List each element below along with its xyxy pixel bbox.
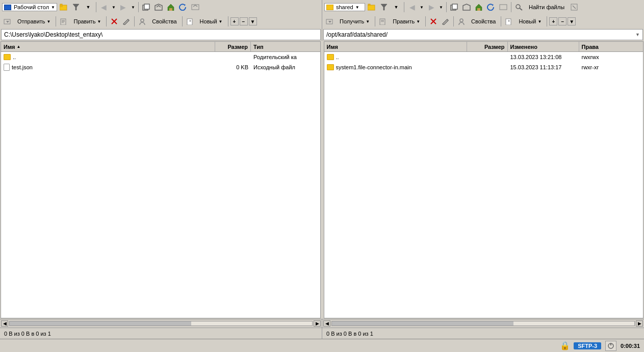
svg-point-29 xyxy=(141,19,144,22)
left-send-btn[interactable]: Отправить ▼ xyxy=(14,17,54,26)
right-add-btn[interactable]: + xyxy=(549,17,557,25)
disconnect-btn[interactable] xyxy=(605,341,616,351)
right-extra-btn[interactable] xyxy=(569,2,580,13)
left-dropdown-btn[interactable]: ▼ xyxy=(83,2,94,13)
right-move-btn[interactable] xyxy=(461,2,472,13)
left-file-row-testjson[interactable]: test.json 0 KB Исходный файл xyxy=(1,62,320,72)
right-home-btn[interactable] xyxy=(473,2,484,13)
right-receive-btn[interactable]: Получить ▼ xyxy=(337,17,373,26)
left-location-label: Рабочий стол xyxy=(14,4,49,10)
left-copy-btn[interactable] xyxy=(141,2,152,13)
left-open-folder-btn[interactable] xyxy=(58,2,69,13)
right-open-folder-btn[interactable] xyxy=(366,2,377,13)
find-files-btn[interactable]: Найти файлы xyxy=(526,3,568,12)
right-file-list-header: Имя Размер Изменено Права xyxy=(324,42,643,52)
left-back-dropdown[interactable]: ▼ xyxy=(111,2,117,13)
right-file-row-system1[interactable]: system1.file-connector-in.main 15.03.202… xyxy=(324,62,643,72)
right-back-dropdown[interactable]: ▼ xyxy=(419,2,425,13)
right-edit-icon[interactable] xyxy=(377,16,389,27)
left-scrollbar-track[interactable] xyxy=(9,321,313,326)
left-new-btn[interactable]: Новый ▼ xyxy=(197,17,226,26)
right-folder-icon xyxy=(327,64,334,70)
right-col-name-header[interactable]: Имя xyxy=(324,42,467,51)
sep6 xyxy=(56,16,56,26)
sep10 xyxy=(228,16,228,26)
left-minus-btn[interactable]: − xyxy=(240,17,248,25)
right-location-bar[interactable]: /opt/karaf/data/shared/ ▼ xyxy=(323,29,643,40)
left-col-name-header[interactable]: Имя ▲ xyxy=(1,42,215,51)
left-sort-arrow: ▲ xyxy=(16,44,20,49)
left-parent-name: .. xyxy=(1,53,215,61)
left-edit-icon[interactable] xyxy=(58,16,69,27)
right-reload-btn[interactable] xyxy=(485,2,497,13)
left-home-btn[interactable] xyxy=(165,2,176,13)
svg-marker-34 xyxy=(328,21,331,23)
left-edit-btn[interactable]: Править ▼ xyxy=(70,17,104,26)
left-col-size-header[interactable]: Размер xyxy=(215,42,251,51)
new-dropdown-arrow: ▼ xyxy=(219,19,223,24)
left-forward-dropdown[interactable]: ▼ xyxy=(130,2,136,13)
left-rename-icon[interactable] xyxy=(121,16,132,27)
right-dropdown-btn[interactable]: ▼ xyxy=(391,2,402,13)
right-receive-icon[interactable] xyxy=(324,16,336,27)
right-forward-dropdown[interactable]: ▼ xyxy=(438,2,444,13)
find-files-icon[interactable] xyxy=(513,2,525,13)
right-delete-btn[interactable] xyxy=(428,16,439,27)
left-move-btn[interactable] xyxy=(153,2,164,13)
right-copy-btn[interactable] xyxy=(449,2,460,13)
left-delete-btn[interactable] xyxy=(109,16,120,27)
left-location-bar[interactable]: C:\Users\lyako\Desktop\test_entaxy\ xyxy=(1,29,321,40)
right-col-size-header[interactable]: Размер xyxy=(467,42,508,51)
toolbars-row2: Отправить ▼ Править ▼ xyxy=(0,14,644,29)
right-location-dropdown[interactable]: shared ▼ xyxy=(324,3,365,11)
left-reload-btn[interactable] xyxy=(177,2,189,13)
left-props-icon[interactable] xyxy=(137,16,148,27)
left-sync-btn[interactable] xyxy=(190,2,201,13)
right-col-perms-header[interactable]: Права xyxy=(579,42,643,51)
right-file-row-parent[interactable]: .. 13.03.2023 13:21:08 rwxrwx xyxy=(324,52,643,62)
right-scrollbar-thumb[interactable] xyxy=(332,321,513,326)
right-edit-btn[interactable]: Править ▼ xyxy=(390,17,423,26)
svg-rect-14 xyxy=(477,8,480,11)
right-col-modified-header[interactable]: Изменено xyxy=(508,42,579,51)
left-filter-btn[interactable] xyxy=(70,2,82,13)
left-col-type-header[interactable]: Тип xyxy=(251,42,320,51)
svg-point-40 xyxy=(460,19,463,22)
left-back-btn[interactable]: ◀ xyxy=(98,2,110,13)
left-file-list-header: Имя ▲ Размер Тип xyxy=(1,42,320,52)
right-new-btn[interactable]: Новый ▼ xyxy=(516,17,545,26)
svg-marker-15 xyxy=(492,4,494,6)
status-bars: 0 В из 0 В в 0 из 1 0 В из 0 В в 0 из 1 xyxy=(0,328,644,339)
left-scroll-left[interactable]: ◀ xyxy=(1,320,8,327)
right-new-icon[interactable] xyxy=(503,16,514,27)
right-forward-btn[interactable]: ▶ xyxy=(426,2,437,13)
svg-marker-7 xyxy=(184,4,186,6)
right-filter-btn[interactable] xyxy=(378,2,390,13)
svg-marker-22 xyxy=(6,21,9,23)
right-path-text: /opt/karaf/data/shared/ xyxy=(326,31,388,38)
left-status-bar: 0 В из 0 В в 0 из 1 xyxy=(0,328,322,339)
left-props-btn[interactable]: Свойства xyxy=(149,17,179,26)
right-file-list[interactable]: .. 13.03.2023 13:21:08 rwxrwx system1.fi… xyxy=(324,52,643,318)
left-location-dropdown[interactable]: Рабочий стол ▼ xyxy=(2,3,57,11)
right-scroll-left[interactable]: ◀ xyxy=(323,320,330,327)
right-rename-icon[interactable] xyxy=(440,16,451,27)
right-minus-btn[interactable]: − xyxy=(558,17,566,25)
left-menu-btn[interactable]: ▼ xyxy=(249,17,257,25)
left-file-row-parent[interactable]: .. Родительский ка xyxy=(1,52,320,62)
left-scrollbar-thumb[interactable] xyxy=(10,321,191,326)
left-send-icon[interactable] xyxy=(2,16,13,27)
right-scrollbar-track[interactable] xyxy=(331,321,635,326)
svg-rect-23 xyxy=(61,19,66,25)
right-scroll-right[interactable]: ▶ xyxy=(636,320,643,327)
right-props-btn[interactable]: Свойства xyxy=(468,17,499,26)
right-back-btn[interactable]: ◀ xyxy=(406,2,418,13)
right-menu-btn[interactable]: ▼ xyxy=(568,17,576,25)
left-add-btn[interactable]: + xyxy=(230,17,239,25)
right-props-icon[interactable] xyxy=(456,16,467,27)
left-file-list[interactable]: .. Родительский ка test.json 0 KB Исходн… xyxy=(1,52,320,318)
left-scroll-right[interactable]: ▶ xyxy=(314,320,321,327)
left-new-icon[interactable] xyxy=(185,16,196,27)
left-forward-btn[interactable]: ▶ xyxy=(118,2,129,13)
right-sync-btn[interactable] xyxy=(498,2,509,13)
